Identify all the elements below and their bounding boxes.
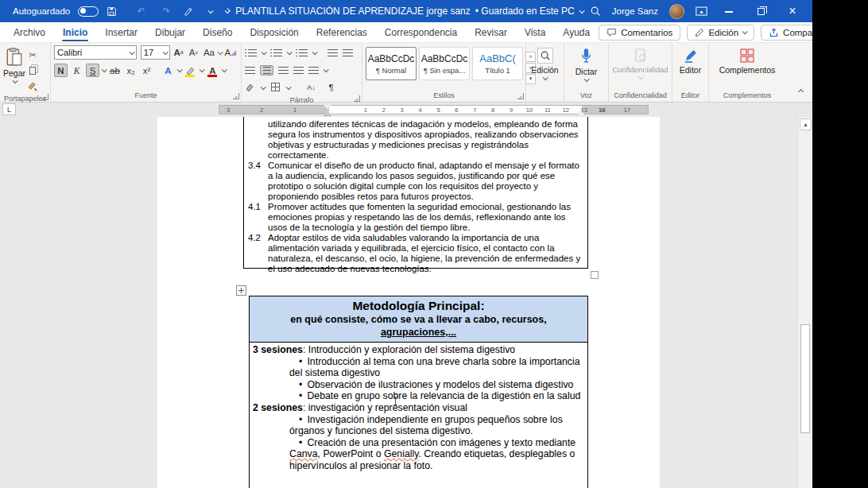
- share-button[interactable]: Compartir: [761, 25, 812, 41]
- search-icon[interactable]: [590, 6, 601, 17]
- group-voice: Dictar Voz: [564, 43, 609, 102]
- shading-button[interactable]: [245, 83, 254, 92]
- sort-button[interactable]: A↓: [304, 81, 318, 95]
- tab-correspondencia[interactable]: Correspondencia: [376, 22, 466, 42]
- scrollbar-thumb[interactable]: [800, 324, 810, 433]
- indent-marker-right[interactable]: [577, 110, 585, 115]
- paste-button[interactable]: Pegar: [3, 45, 25, 93]
- comments-button[interactable]: Comentarios: [599, 25, 680, 41]
- undo-icon[interactable]: ↶: [132, 6, 149, 17]
- align-center-button[interactable]: [260, 65, 273, 76]
- title-dropdown-icon[interactable]: [579, 8, 584, 14]
- grow-font-button[interactable]: A˄: [172, 46, 185, 60]
- addins-button[interactable]: Complementos: [712, 45, 782, 75]
- indent-marker-left[interactable]: [324, 105, 331, 110]
- tab-dibujar[interactable]: Dibujar: [146, 22, 194, 42]
- line-spacing-button[interactable]: [308, 63, 319, 77]
- ribbon: Pegar ✂ Portapapeles Calibri 17: [0, 43, 812, 103]
- clear-formatting-button[interactable]: A◢: [223, 46, 238, 60]
- document-area[interactable]: utilizando diferentes técnicas de indaga…: [0, 117, 812, 488]
- redo-icon[interactable]: ↷: [157, 6, 175, 17]
- avatar[interactable]: [669, 4, 684, 19]
- methodology-table[interactable]: Metodología Principal: en qué consiste, …: [249, 296, 588, 488]
- tab-archivo[interactable]: Archivo: [5, 22, 54, 42]
- restore-button[interactable]: [750, 6, 771, 17]
- show-marks-button[interactable]: ¶: [324, 81, 338, 95]
- tab-referencias[interactable]: Referencias: [308, 22, 376, 42]
- tab-insertar[interactable]: Insertar: [96, 22, 146, 42]
- italic-button[interactable]: K: [70, 64, 83, 77]
- autosave-toggle[interactable]: [78, 6, 99, 17]
- touch-mode-icon[interactable]: [183, 6, 200, 17]
- tab-diseño[interactable]: Diseño: [194, 22, 241, 42]
- presenter-icon[interactable]: [696, 6, 707, 17]
- strikethrough-button[interactable]: ab: [108, 64, 122, 77]
- session-heading: 2 sesiones: investigación y representaci…: [253, 402, 584, 414]
- tab-inicio[interactable]: Inicio: [54, 22, 96, 42]
- vertical-scrollbar[interactable]: ▲: [797, 117, 812, 488]
- multilevel-list-button[interactable]: [296, 45, 308, 60]
- table-move-handle[interactable]: [236, 285, 246, 296]
- subscript-button[interactable]: x₂: [124, 64, 138, 77]
- copy-icon[interactable]: [25, 64, 40, 77]
- cut-icon[interactable]: ✂: [25, 48, 40, 61]
- window-title: PLANTILLA SITUACIÓN DE APRENDIZAJE jorge…: [229, 6, 590, 17]
- style-card[interactable]: AaBbC(Título 1: [472, 47, 523, 80]
- font-family-combobox[interactable]: Calibri: [54, 45, 137, 60]
- increase-indent-button[interactable]: [343, 45, 353, 60]
- scroll-up-icon[interactable]: ▲: [800, 118, 812, 130]
- paragraph-dialog-launcher[interactable]: [354, 95, 360, 102]
- word-window: Autoguardado ↶ ↷ PLANTILLA SITUACIÓN DE …: [0, 0, 812, 488]
- superscript-button[interactable]: x²: [140, 64, 153, 77]
- tab-vista[interactable]: Vista: [516, 22, 554, 42]
- dictate-button[interactable]: Dictar: [568, 45, 605, 82]
- highlight-button[interactable]: [184, 64, 197, 77]
- user-name[interactable]: Jorge Sanz: [612, 6, 658, 16]
- font-color-button[interactable]: A: [206, 64, 219, 77]
- collapse-ribbon-icon[interactable]: [799, 83, 803, 97]
- bold-button[interactable]: N: [54, 64, 68, 77]
- change-case-button[interactable]: Aa: [202, 46, 216, 60]
- group-sensitivity: Confidencialidad Confidencialidad: [609, 43, 672, 102]
- font-dialog-launcher[interactable]: [233, 93, 239, 99]
- horizontal-ruler[interactable]: 32112345678910111213141617: [219, 105, 649, 114]
- borders-button[interactable]: [271, 80, 280, 95]
- align-right-button[interactable]: [278, 63, 289, 77]
- criteria-item: 3.4Comunicar el diseño de un producto fi…: [244, 161, 587, 202]
- tab-ayuda[interactable]: Ayuda: [554, 22, 599, 42]
- font-size-combobox[interactable]: 17: [141, 45, 170, 60]
- editor-button[interactable]: Editor: [676, 45, 705, 75]
- bullets-button[interactable]: [245, 45, 257, 60]
- shrink-font-button[interactable]: A˅: [187, 46, 200, 60]
- align-left-button[interactable]: [245, 63, 255, 77]
- justify-button[interactable]: [293, 63, 304, 77]
- format-painter-icon[interactable]: [25, 80, 40, 93]
- tab-revisar[interactable]: Revisar: [466, 22, 516, 42]
- style-card[interactable]: AaBbCcDc¶ Normal: [366, 47, 417, 80]
- editor-icon: [683, 48, 699, 64]
- criteria-table[interactable]: utilizando diferentes técnicas de indaga…: [243, 117, 588, 269]
- styles-dialog-launcher[interactable]: [517, 93, 524, 99]
- touch-mode-dropdown-icon[interactable]: [208, 8, 214, 14]
- numbering-button[interactable]: [270, 45, 282, 60]
- decrease-indent-button[interactable]: [327, 45, 338, 60]
- editing-mode-button[interactable]: Edición: [687, 25, 754, 41]
- table-resize-handle[interactable]: [591, 271, 599, 279]
- close-button[interactable]: ×: [782, 4, 803, 18]
- document-title: PLANTILLA SITUACIÓN DE APRENDIZAJE jorge…: [235, 6, 470, 17]
- ribbon-tab-row: ArchivoInicioInsertarDibujarDiseñoDispos…: [0, 22, 812, 43]
- methodology-body[interactable]: 3 sesiones: Introducción y exploración d…: [250, 343, 587, 488]
- text-effects-button[interactable]: A: [161, 64, 175, 77]
- sensitivity-icon: [634, 48, 648, 64]
- editing-button[interactable]: Edición: [529, 45, 560, 80]
- minimize-button[interactable]: [719, 6, 739, 17]
- tab-selector[interactable]: L: [2, 103, 16, 115]
- underline-button[interactable]: S: [86, 64, 99, 77]
- clipboard-dialog-launcher[interactable]: [42, 94, 48, 100]
- document-page[interactable]: utilizando diferentes técnicas de indaga…: [157, 117, 660, 488]
- group-editing: Edición: [526, 43, 564, 102]
- ribbon-tabs: ArchivoInicioInsertarDibujarDiseñoDispos…: [0, 22, 599, 42]
- save-icon[interactable]: [107, 6, 124, 17]
- tab-disposición[interactable]: Disposición: [241, 22, 307, 42]
- style-card[interactable]: AaBbCcDc¶ Sin espa...: [419, 47, 470, 80]
